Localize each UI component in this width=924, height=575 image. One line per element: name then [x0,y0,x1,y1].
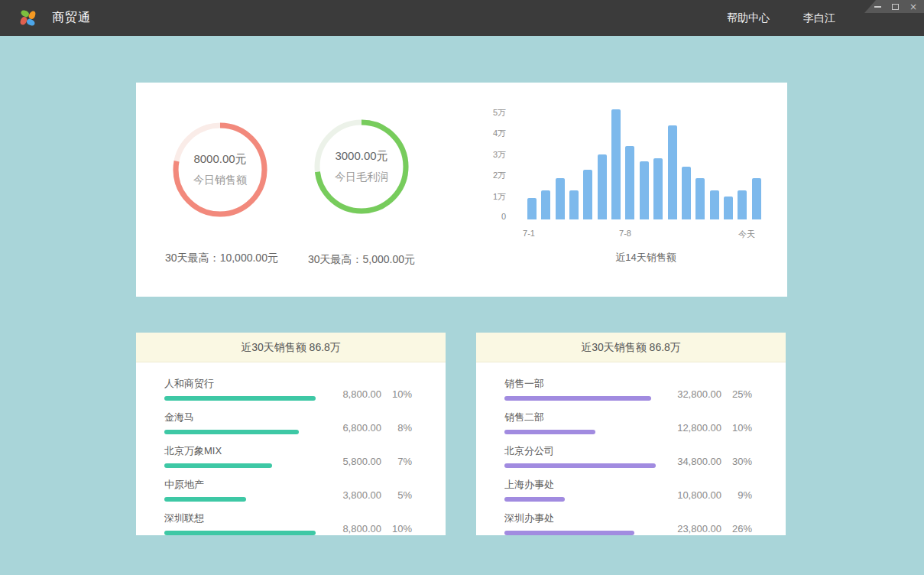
app-title: 商贸通 [52,10,91,26]
y-tick-label: 4万 [452,128,506,139]
x-tick-label: 7-8 [619,229,631,238]
rank-row-name: 上海办事处 [504,478,666,492]
rank-row-percent: 9% [721,489,752,501]
rank-row-name: 销售一部 [504,377,666,391]
sales-bar [527,198,537,219]
today-profit-label: 今日毛利润 [335,171,388,184]
rank-row-value: 8,800.00 [326,388,381,400]
rank-row-value: 32,800.00 [666,388,721,400]
rank-card-body: 人和商贸行8,800.0010%金海马6,800.008%北京万象MIX5,80… [136,362,446,535]
rank-row-percent: 26% [721,523,752,534]
rank-row-value: 34,800.00 [666,456,721,467]
y-tick-label: 0 [452,212,506,221]
rank-row-value: 6,800.00 [326,422,381,434]
x-tick-label: 今天 [738,229,755,240]
rank-row-progress-bar [504,396,651,401]
rank-row-value: 8,800.00 [326,523,381,534]
rank-row-percent: 8% [381,422,412,434]
rank-row: 销售一部32,800.0025% [504,377,752,401]
sales-bar [668,125,677,219]
rank-row-name: 北京分公司 [504,444,666,458]
rank-row-name: 中原地产 [164,478,326,492]
sales-bar [695,178,705,219]
rank-row-progress-bar [504,497,565,502]
today-profit-value: 3000.00元 [335,149,387,164]
sales-bar [569,190,579,219]
sales-bar [611,109,621,219]
rank-row-progress-bar [164,463,272,468]
rank-row-name: 北京万象MIX [164,444,326,458]
sales-bar [710,190,719,219]
today-sales-value: 8000.00元 [193,152,246,167]
x-tick-label: 7-1 [523,229,535,238]
rank-row-value: 3,800.00 [326,489,381,501]
summary-card: 8000.00元 今日销售额 30天最高：10,000.00元 3000.00元… [136,83,787,297]
y-tick-label: 1万 [452,191,506,203]
rank-card-title: 近30天销售额 86.8万 [136,333,446,362]
rank-row: 人和商贸行8,800.0010% [164,377,412,401]
close-icon[interactable]: × [909,4,917,10]
rank-row-name: 深圳联想 [164,512,326,525]
rank-row-percent: 10% [381,388,412,400]
rank-row-percent: 5% [381,489,412,501]
rank-row-percent: 25% [721,388,752,400]
bar-chart-title: 近14天销售额 [554,251,738,265]
rank-row-progress-bar [164,396,316,401]
rank-row: 中原地产3,800.005% [164,478,412,502]
sales-bar [653,158,663,219]
sales-bar [541,190,550,219]
rank-row-value: 5,800.00 [326,456,381,467]
sales-bar [583,170,592,219]
department-sales-rank-card: 近30天销售额 86.8万 销售一部32,800.0025%销售二部12,800… [476,333,786,535]
sales-bar [625,146,634,219]
sales-bar [640,161,649,219]
rank-row: 深圳办事处23,800.0026% [504,512,752,535]
sales-bar [682,167,691,219]
rank-row-name: 深圳办事处 [504,512,666,525]
today-sales-label: 今日销售额 [193,174,247,187]
rank-row-progress-bar [504,531,634,535]
y-tick-label: 5万 [452,107,506,119]
today-profit-30day-max: 30天最高：5,000.00元 [270,253,453,267]
customer-sales-rank-card: 近30天销售额 86.8万 人和商贸行8,800.0010%金海马6,800.0… [136,333,446,535]
rank-row: 金海马6,800.008% [164,411,412,434]
rank-row-progress-bar [164,430,299,434]
rank-row: 北京分公司34,800.0030% [504,444,752,468]
rank-row-progress-bar [164,531,316,535]
sales-bar [724,197,733,219]
rank-row-progress-bar [504,430,595,434]
sales-bar [598,154,607,219]
rank-card-body: 销售一部32,800.0025%销售二部12,800.0010%北京分公司34,… [476,362,786,535]
rank-row: 北京万象MIX5,800.007% [164,444,412,468]
minimize-icon[interactable] [874,6,881,8]
today-profit-donut-chart: 3000.00元 今日毛利润 [314,119,409,214]
rank-row-name: 销售二部 [504,411,666,424]
rank-row-percent: 10% [721,422,752,434]
sales-bar [752,178,761,219]
today-sales-donut-chart: 8000.00元 今日销售额 [173,122,267,217]
rank-row-value: 10,800.00 [666,489,721,501]
rank-row: 上海办事处10,800.009% [504,478,752,502]
rank-row-name: 金海马 [164,411,326,424]
user-name-link[interactable]: 李白江 [803,11,835,25]
rank-row-value: 23,800.00 [666,523,721,534]
y-tick-label: 3万 [452,149,506,161]
y-tick-label: 2万 [452,170,506,181]
rank-row-name: 人和商贸行 [164,377,326,391]
bar-chart-bars [523,110,766,219]
app-header: 商贸通 帮助中心 李白江 [0,0,924,36]
pinwheel-logo-icon [18,8,38,28]
rank-row: 深圳联想8,800.0010% [164,512,412,535]
rank-row: 销售二部12,800.0010% [504,411,752,434]
rank-row-percent: 10% [381,523,412,534]
sales-bar [556,178,565,219]
sales-bar [738,190,747,219]
rank-card-title: 近30天销售额 86.8万 [476,333,786,362]
maximize-icon[interactable] [892,4,899,10]
rank-row-progress-bar [504,463,656,468]
rank-row-progress-bar [164,497,246,502]
help-center-link[interactable]: 帮助中心 [727,11,770,25]
rank-row-percent: 30% [721,456,752,467]
rank-row-percent: 7% [381,456,412,467]
rank-row-value: 12,800.00 [666,422,721,434]
